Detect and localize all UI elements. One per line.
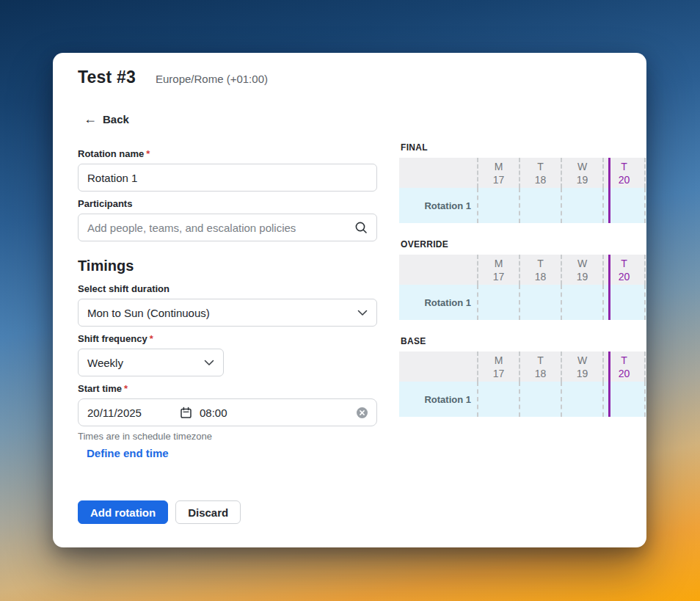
current-time-line bbox=[608, 255, 610, 320]
calendar-day-header: W 19 bbox=[561, 158, 602, 188]
rotation-form-modal: Test #3 Europe/Rome (+01:00) ← Back Rota… bbox=[53, 53, 646, 547]
participants-label: Participants bbox=[78, 198, 132, 209]
search-icon bbox=[354, 221, 368, 234]
current-time-line bbox=[608, 158, 610, 223]
calendar-icon[interactable] bbox=[180, 407, 192, 419]
chevron-down-icon bbox=[204, 360, 214, 366]
modal-header: Test #3 Europe/Rome (+01:00) bbox=[78, 68, 268, 87]
participants-placeholder: Add people, teams, and escalation polici… bbox=[87, 222, 296, 234]
calendar-corner-cell bbox=[399, 158, 477, 188]
rotation-name-label: Rotation name* bbox=[78, 148, 150, 159]
define-end-time-link[interactable]: Define end time bbox=[87, 447, 169, 459]
timings-heading: Timings bbox=[78, 258, 134, 274]
required-mark: * bbox=[124, 383, 128, 394]
calendar-day-header: W 19 bbox=[561, 352, 602, 382]
calendar-edge-cell bbox=[644, 255, 646, 285]
discard-button[interactable]: Discard bbox=[175, 500, 241, 524]
calendar-edge-cell bbox=[644, 352, 646, 382]
preview-override-calendar: M 17 T 18 W 19 T 20 Rotation 1 bbox=[399, 255, 646, 320]
calendar-day-header: W 19 bbox=[561, 255, 602, 285]
start-hour-value: 08:00 bbox=[200, 407, 227, 419]
rotation-row-label: Rotation 1 bbox=[399, 382, 477, 417]
current-time-line bbox=[608, 352, 610, 417]
rotation-row-label: Rotation 1 bbox=[399, 188, 477, 223]
start-time-label: Start time* bbox=[78, 383, 128, 394]
calendar-day-header: M 17 bbox=[477, 255, 519, 285]
participants-input[interactable]: Add people, teams, and escalation polici… bbox=[78, 214, 377, 241]
preview-final-label: FINAL bbox=[401, 142, 428, 153]
chevron-down-icon bbox=[357, 310, 368, 316]
shift-frequency-select[interactable]: Weekly bbox=[78, 349, 224, 376]
calendar-day-header: T 18 bbox=[519, 255, 561, 285]
shift-duration-select[interactable]: Mon to Sun (Continuous) bbox=[78, 299, 377, 327]
shift-frequency-label: Shift frequency* bbox=[78, 333, 153, 344]
shift-frequency-value: Weekly bbox=[87, 357, 123, 369]
required-mark: * bbox=[146, 148, 150, 159]
preview-override-label: OVERRIDE bbox=[401, 239, 448, 249]
rotation-name-value: Rotation 1 bbox=[87, 172, 137, 184]
start-date-value: 20/11/2025 bbox=[87, 407, 142, 419]
preview-final-calendar: M 17 T 18 W 19 T 20 Rotation 1 bbox=[399, 158, 646, 223]
rotation-row-label: Rotation 1 bbox=[399, 285, 477, 320]
form-actions: Add rotation Discard bbox=[78, 500, 241, 524]
timezone-helper-text: Times are in schedule timezone bbox=[78, 431, 212, 442]
page-title: Test #3 bbox=[78, 68, 136, 87]
left-arrow-icon: ← bbox=[84, 112, 97, 125]
preview-base-label: BASE bbox=[401, 336, 426, 346]
back-button[interactable]: ← Back bbox=[84, 112, 129, 125]
schedule-timezone: Europe/Rome (+01:00) bbox=[156, 73, 268, 85]
rotation-name-input[interactable]: Rotation 1 bbox=[78, 164, 377, 192]
calendar-edge-cell bbox=[644, 158, 646, 188]
calendar-day-header: T 18 bbox=[519, 158, 561, 188]
add-rotation-button[interactable]: Add rotation bbox=[78, 500, 168, 524]
calendar-corner-cell bbox=[399, 352, 477, 382]
calendar-day-header: T 18 bbox=[519, 352, 561, 382]
calendar-corner-cell bbox=[399, 255, 477, 285]
required-mark: * bbox=[150, 333, 153, 344]
calendar-day-header: M 17 bbox=[477, 352, 519, 382]
clear-circle-icon[interactable] bbox=[357, 407, 368, 418]
start-time-input[interactable]: 20/11/2025 08:00 bbox=[78, 398, 377, 426]
shift-duration-label: Select shift duration bbox=[78, 283, 169, 294]
shift-duration-value: Mon to Sun (Continuous) bbox=[87, 307, 210, 319]
preview-base-calendar: M 17 T 18 W 19 T 20 Rotation 1 bbox=[399, 352, 646, 417]
calendar-day-header: M 17 bbox=[477, 158, 519, 188]
back-label: Back bbox=[103, 113, 129, 125]
